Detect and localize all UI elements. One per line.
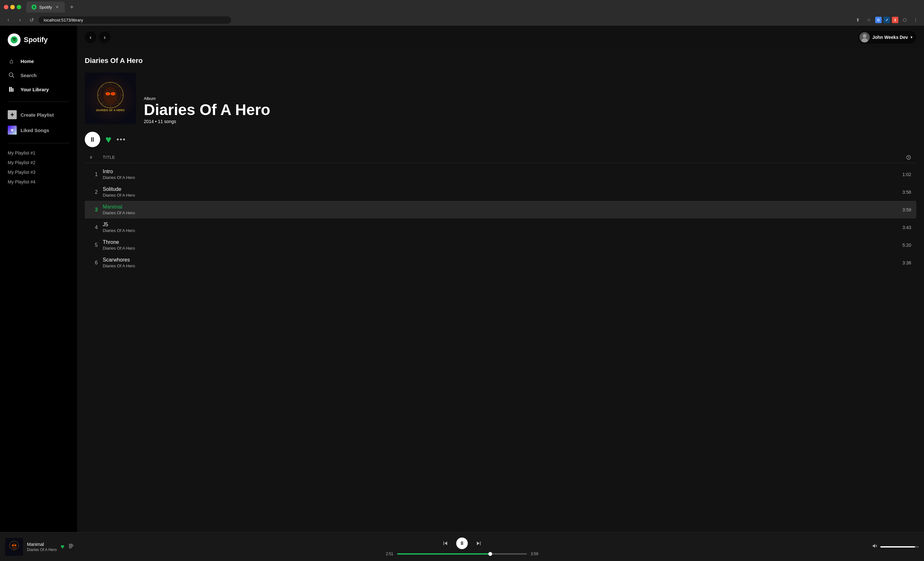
liked-songs-label: Liked Songs bbox=[21, 128, 49, 133]
sidebar-item-search[interactable]: Search bbox=[0, 68, 77, 82]
browser-share-icon[interactable]: ⬆ bbox=[854, 15, 862, 24]
sidebar-playlist-item[interactable]: My Playlist #3 bbox=[8, 168, 69, 177]
create-playlist-label: Create Playlist bbox=[21, 112, 54, 117]
album-heart-button[interactable]: ♥ bbox=[105, 134, 111, 146]
track-row[interactable]: 5 Throne Diaries Of A Hero 5:20 bbox=[85, 236, 916, 254]
track-artist: Diaries Of A Hero bbox=[103, 175, 903, 180]
now-playing-art-inner bbox=[5, 538, 23, 556]
svg-marker-38 bbox=[445, 541, 447, 545]
sidebar-item-library[interactable]: Your Library bbox=[0, 82, 77, 96]
tab-close-btn[interactable]: ✕ bbox=[55, 5, 60, 10]
library-icon bbox=[8, 86, 15, 93]
track-number: 6 bbox=[90, 260, 103, 266]
browser-chrome: S Spotify ✕ + ‹ › ↺ ⬆ ☆ G ✓ 2 ⬡ ⋮ bbox=[0, 0, 924, 26]
search-icon bbox=[8, 71, 15, 79]
extension-icon-2[interactable]: ✓ bbox=[884, 17, 890, 23]
progress-handle[interactable] bbox=[488, 552, 492, 556]
sidebar-logo: Spotify bbox=[0, 26, 77, 51]
track-row[interactable]: 1 Intro Diaries Of A Hero 1:02 bbox=[85, 165, 916, 183]
sidebar-create-playlist[interactable]: + Create Playlist bbox=[0, 107, 77, 122]
volume-bar[interactable] bbox=[880, 546, 919, 547]
progress-bar-fill bbox=[397, 553, 490, 555]
track-artist: Diaries Of A Hero bbox=[103, 263, 903, 268]
address-bar[interactable] bbox=[39, 17, 231, 24]
svg-rect-34 bbox=[69, 544, 72, 544]
nav-forward-btn[interactable]: › bbox=[99, 32, 111, 43]
track-row[interactable]: 6 Scarwhores Diaries Of A Hero 3:38 bbox=[85, 254, 916, 272]
app-layout: Spotify ⌂ Home Search bbox=[0, 26, 924, 561]
svg-rect-3 bbox=[9, 87, 10, 92]
track-number: 4 bbox=[90, 225, 103, 230]
new-tab-btn[interactable]: + bbox=[68, 3, 76, 11]
track-row-playing[interactable]: 3 Manimal Diaries Of A Hero 3:59 bbox=[85, 201, 916, 218]
track-duration: 3:58 bbox=[903, 190, 911, 195]
album-actions: ⏸ ♥ ••• bbox=[85, 132, 916, 147]
now-playing-progress-row: 2:51 3:59 bbox=[382, 552, 542, 556]
track-info: Solitude Diaries Of A Hero bbox=[103, 186, 903, 198]
album-year: 2014 bbox=[144, 119, 154, 124]
window-minimize-btn[interactable] bbox=[10, 5, 15, 9]
skip-forward-btn[interactable] bbox=[476, 540, 482, 546]
svg-text:DIARIES OF A HERO: DIARIES OF A HERO bbox=[96, 108, 124, 112]
tab-label: Spotify bbox=[39, 5, 52, 10]
user-name: John Weeks Dev bbox=[872, 35, 908, 40]
track-artist: Diaries Of A Hero bbox=[103, 193, 903, 198]
sidebar-liked-songs[interactable]: ♥ Liked Songs bbox=[0, 122, 77, 138]
nav-back-btn[interactable]: ‹ bbox=[85, 32, 96, 43]
track-info: Scarwhores Diaries Of A Hero bbox=[103, 257, 903, 268]
main-content: ‹ › John Weeks Dev ▾ Diaries Of A Hero bbox=[77, 26, 924, 561]
user-profile[interactable]: John Weeks Dev ▾ bbox=[858, 31, 916, 44]
progress-bar[interactable] bbox=[397, 553, 527, 555]
nav-controls: ‹ › bbox=[85, 32, 111, 43]
browser-menu-icon[interactable]: ⋮ bbox=[911, 15, 920, 24]
sidebar-playlist-item[interactable]: My Playlist #1 bbox=[8, 149, 69, 158]
avatar bbox=[860, 32, 870, 42]
track-title: J5 bbox=[103, 222, 903, 227]
skip-back-btn[interactable] bbox=[442, 540, 448, 546]
browser-tab[interactable]: S Spotify ✕ bbox=[26, 2, 65, 12]
extension-icon-1[interactable]: G bbox=[875, 17, 882, 23]
track-number-playing: 3 bbox=[90, 207, 103, 213]
svg-rect-35 bbox=[69, 545, 74, 546]
track-duration: 5:20 bbox=[903, 242, 911, 248]
album-more-button[interactable]: ••• bbox=[117, 135, 126, 144]
track-row[interactable]: 2 Solitude Diaries Of A Hero 3:58 bbox=[85, 183, 916, 201]
browser-bookmark-icon[interactable]: ☆ bbox=[864, 15, 873, 24]
album-play-button[interactable]: ⏸ bbox=[85, 132, 100, 147]
now-playing-track-info: Manimal Diaries Of A Hero bbox=[27, 542, 57, 552]
track-row[interactable]: 4 J5 Diaries Of A Hero 3:43 bbox=[85, 218, 916, 236]
browser-back-btn[interactable]: ‹ bbox=[4, 15, 13, 24]
extension-icon-3[interactable]: 2 bbox=[892, 17, 898, 23]
sidebar-playlist-list: My Playlist #1 My Playlist #2 My Playlis… bbox=[0, 146, 77, 189]
now-playing-play-btn[interactable]: ⏸ bbox=[456, 537, 468, 549]
create-playlist-icon: + bbox=[8, 110, 17, 119]
svg-rect-41 bbox=[480, 541, 481, 545]
now-playing-queue-btn[interactable] bbox=[68, 543, 74, 550]
track-title-header: Title bbox=[103, 155, 906, 160]
browser-forward-btn[interactable]: › bbox=[15, 15, 24, 24]
main-header: ‹ › John Weeks Dev ▾ bbox=[77, 26, 924, 49]
now-playing-track-artist: Diaries Of A Hero bbox=[27, 547, 57, 552]
track-duration: 3:38 bbox=[903, 260, 911, 265]
now-playing-heart-btn[interactable]: ♥ bbox=[61, 543, 64, 550]
sidebar-nav-library-label: Your Library bbox=[21, 87, 49, 92]
track-info: J5 Diaries Of A Hero bbox=[103, 222, 903, 233]
svg-rect-4 bbox=[11, 87, 12, 92]
track-info: Throne Diaries Of A Hero bbox=[103, 239, 903, 251]
sidebar-playlist-item[interactable]: My Playlist #2 bbox=[8, 158, 69, 167]
window-close-btn[interactable] bbox=[4, 5, 8, 9]
svg-rect-5 bbox=[12, 88, 14, 92]
album-meta: 2014 • 11 songs bbox=[144, 119, 270, 124]
window-maximize-btn[interactable] bbox=[17, 5, 21, 9]
sidebar-nav-home-label: Home bbox=[21, 59, 34, 64]
svg-point-33 bbox=[15, 544, 16, 546]
liked-songs-icon: ♥ bbox=[8, 126, 17, 135]
sidebar-playlist-item[interactable]: My Playlist #4 bbox=[8, 177, 69, 186]
track-number: 1 bbox=[90, 171, 103, 177]
svg-rect-37 bbox=[69, 547, 72, 548]
browser-reload-btn[interactable]: ↺ bbox=[27, 15, 36, 24]
extensions-icon[interactable]: ⬡ bbox=[900, 15, 909, 24]
page-title: Diaries Of A Hero bbox=[85, 57, 916, 65]
sidebar-item-home[interactable]: ⌂ Home bbox=[0, 54, 77, 68]
home-icon: ⌂ bbox=[8, 57, 15, 65]
